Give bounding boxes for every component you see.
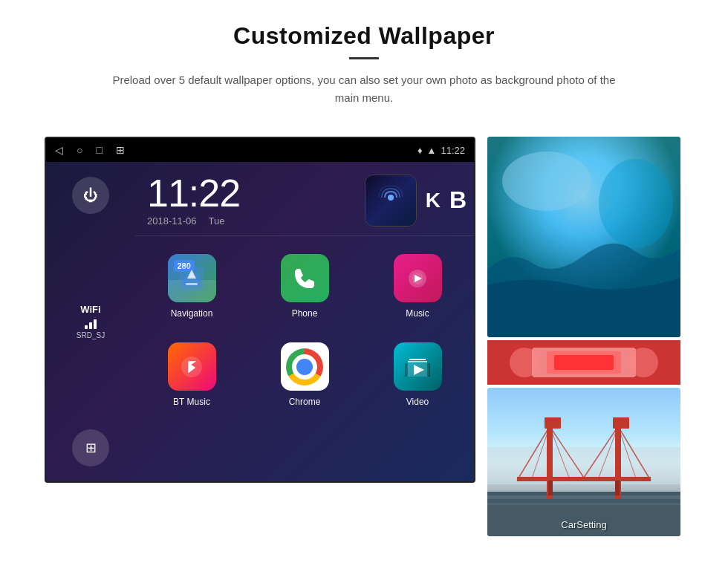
svg-rect-40 <box>615 481 620 495</box>
main-content: ◁ ○ □ ⊞ ♦ ▲ 11:22 ⏻ WiFi <box>0 122 728 559</box>
status-bar: ◁ ○ □ ⊞ ♦ ▲ 11:22 <box>46 138 474 162</box>
svg-rect-2 <box>186 283 198 285</box>
wifi-bar-1 <box>85 325 88 329</box>
grid-icon: ⊞ <box>85 440 97 456</box>
b-logo[interactable]: B <box>449 186 467 214</box>
location-icon: ♦ <box>417 145 423 156</box>
home-icon[interactable]: ○ <box>77 144 82 156</box>
wallpaper-ice[interactable] <box>487 137 680 337</box>
nav-buttons: ◁ ○ □ ⊞ <box>55 144 125 156</box>
recents-icon[interactable]: □ <box>96 144 102 156</box>
wifi-label: WiFi <box>77 304 105 315</box>
wifi-bars <box>77 317 105 329</box>
phone-label: Phone <box>292 308 318 319</box>
wifi-bar-2 <box>89 322 92 329</box>
chrome-label: Chrome <box>289 397 321 407</box>
app-item-chrome[interactable]: Chrome <box>248 331 361 419</box>
right-panel: CarSetting <box>487 137 680 536</box>
clock-date: 2018-11-06 Tue <box>147 215 240 227</box>
svg-point-14 <box>599 159 673 248</box>
svg-rect-25 <box>487 503 680 505</box>
svg-rect-10 <box>405 363 408 377</box>
status-time: 11:22 <box>441 145 465 156</box>
app-grid: 280 Navigation <box>135 236 474 425</box>
back-icon[interactable]: ◁ <box>55 144 63 156</box>
clock-icons: K B <box>365 175 467 227</box>
app-item-music[interactable]: Music <box>361 242 474 331</box>
device-mockup: ◁ ○ □ ⊞ ♦ ▲ 11:22 ⏻ WiFi <box>45 137 475 483</box>
left-sidebar: ⏻ WiFi SRD_SJ ⊞ <box>46 162 135 481</box>
svg-point-13 <box>502 152 591 211</box>
btmusic-icon <box>168 342 216 391</box>
radio-icon[interactable] <box>365 175 417 227</box>
wallpaper-bridge-image: CarSetting <box>487 388 680 536</box>
clock-info: 11:22 2018-11-06 Tue <box>135 174 240 227</box>
clock-area: 11:22 2018-11-06 Tue <box>135 162 474 236</box>
btmusic-label: BT Music <box>173 397 210 407</box>
phone-icon <box>281 254 329 302</box>
music-label: Music <box>406 308 429 319</box>
power-icon: ⏻ <box>83 187 98 204</box>
screenshot-icon[interactable]: ⊞ <box>116 144 125 156</box>
chrome-middle-ring <box>292 354 317 380</box>
svg-marker-7 <box>408 361 427 362</box>
power-button[interactable]: ⏻ <box>72 177 109 214</box>
title-divider <box>349 57 379 59</box>
page-header: Customized Wallpaper Preload over 5 defa… <box>0 0 728 122</box>
wallpaper-bridge[interactable]: CarSetting <box>487 388 680 536</box>
screen-body: ⏻ WiFi SRD_SJ ⊞ <box>46 162 474 481</box>
clock-day-value: Tue <box>209 215 225 227</box>
clock-date-value: 2018-11-06 <box>147 215 197 227</box>
music-icon <box>394 254 442 302</box>
svg-rect-37 <box>545 417 561 429</box>
app-item-phone[interactable]: Phone <box>248 242 361 331</box>
svg-rect-39 <box>548 481 553 495</box>
svg-point-0 <box>388 195 394 201</box>
wifi-widget: WiFi SRD_SJ <box>77 304 105 339</box>
app-grid-button[interactable]: ⊞ <box>72 429 109 466</box>
svg-rect-11 <box>427 363 430 377</box>
svg-rect-18 <box>554 355 614 370</box>
video-label: Video <box>406 397 429 407</box>
navigation-icon: 280 <box>168 254 216 302</box>
svg-point-19 <box>510 348 539 377</box>
page-title: Customized Wallpaper <box>59 22 669 50</box>
status-indicators: ♦ ▲ 11:22 <box>417 145 465 156</box>
svg-rect-38 <box>613 417 629 429</box>
wallpaper-red[interactable] <box>487 340 680 385</box>
svg-marker-6 <box>409 359 426 360</box>
video-icon <box>394 342 442 391</box>
svg-rect-24 <box>487 495 680 499</box>
chrome-inner-circle <box>296 359 313 375</box>
svg-point-20 <box>628 348 658 377</box>
wifi-status-icon: ▲ <box>427 145 437 156</box>
carsetting-label: CarSetting <box>561 519 606 530</box>
radio-signal-icon <box>377 184 404 216</box>
center-content: 11:22 2018-11-06 Tue <box>135 162 474 481</box>
wifi-ssid: SRD_SJ <box>77 331 105 339</box>
clock-time: 11:22 <box>147 174 240 212</box>
navigation-label: Navigation <box>171 308 213 319</box>
page-description: Preload over 5 default wallpaper options… <box>104 71 624 107</box>
app-item-btmusic[interactable]: BT Music <box>135 331 248 419</box>
wallpaper-ice-image <box>487 137 680 337</box>
app-item-video[interactable]: Video <box>361 331 474 419</box>
wifi-bar-3 <box>94 319 97 329</box>
chrome-outer-ring <box>286 348 323 385</box>
k-logo[interactable]: K <box>426 189 441 212</box>
chrome-icon <box>281 342 329 391</box>
app-item-navigation[interactable]: 280 Navigation <box>135 242 248 331</box>
wallpaper-red-image <box>487 340 680 385</box>
